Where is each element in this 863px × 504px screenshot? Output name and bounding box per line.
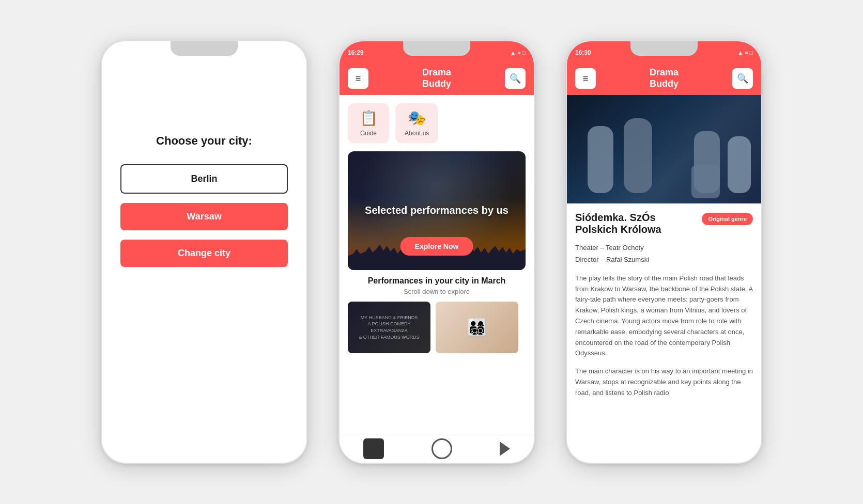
phone-1: Choose your city: Berlin Warsaw Change c… [101, 40, 307, 464]
status-icons-3: ▲ ≈ □ [737, 50, 753, 56]
figure-5 [691, 165, 720, 198]
phone-1-content: Choose your city: Berlin Warsaw Change c… [102, 62, 306, 463]
menu-btn-3[interactable]: ≡ [575, 68, 596, 89]
search-icon-3: 🔍 [737, 73, 748, 84]
phone-2-body: 📋 Guide 🎭 About us Selected performances… [340, 95, 534, 463]
genre-badge: Original genre [702, 213, 753, 225]
perf-thumbs: MY HUSBAND & FRIENDSA POLISH COMEDY EXTR… [340, 302, 534, 353]
menu-btn-2[interactable]: ≡ [348, 68, 368, 89]
quick-actions: 📋 Guide 🎭 About us [340, 95, 534, 147]
thumb-dark-1: MY HUSBAND & FRIENDSA POLISH COMEDY EXTR… [348, 302, 430, 353]
notch-2 [403, 41, 470, 56]
choose-city-label: Choose your city: [156, 134, 252, 148]
section-title: Performances in your city in March [348, 276, 526, 286]
guide-action[interactable]: 📋 Guide [348, 103, 389, 143]
perf-title-row: Siódemka. SzÓs Polskich Królowa Original… [575, 212, 753, 235]
figure-4 [728, 136, 751, 193]
search-btn-2[interactable]: 🔍 [505, 68, 526, 89]
search-btn-3[interactable]: 🔍 [732, 68, 753, 89]
app-title-2: DramaBuddy [422, 67, 451, 89]
about-label: About us [405, 130, 429, 137]
phone-3: 16:30 ▲ ≈ □ ≡ DramaBuddy 🔍 Si [566, 40, 762, 464]
perf-detail-content: Siódemka. SzÓs Polskich Królowa Original… [567, 203, 761, 463]
section-subtitle: Scroll down to explore [340, 288, 534, 295]
phones-container: Choose your city: Berlin Warsaw Change c… [80, 20, 783, 484]
warsaw-btn[interactable]: Warsaw [120, 203, 288, 230]
figure-1 [588, 126, 613, 193]
bottom-nav [340, 434, 534, 463]
perf-desc-2: The main character is on his way to an i… [575, 366, 753, 398]
perf-thumb-1[interactable]: MY HUSBAND & FRIENDSA POLISH COMEDY EXTR… [348, 302, 430, 353]
nav-circle[interactable] [432, 438, 452, 459]
performance-image [567, 95, 761, 203]
notch-3 [630, 41, 698, 56]
figure-2 [624, 118, 652, 193]
phone-3-body: Siódemka. SzÓs Polskich Królowa Original… [567, 95, 761, 463]
status-icons-2: ▲ ≈ □ [510, 50, 526, 56]
nav-square[interactable] [363, 438, 384, 459]
app-header-3: ≡ DramaBuddy 🔍 [567, 62, 761, 95]
perf-meta: Theater – Teatr Ochoty Director – Rafał … [575, 242, 753, 266]
director-label: Director [575, 256, 599, 263]
status-time-2: 16:29 [348, 49, 364, 56]
berlin-btn[interactable]: Berlin [120, 164, 288, 194]
hero-banner: Selected performances by us Explore Now [348, 151, 526, 270]
hero-text: Selected performances by us [365, 203, 508, 217]
notch-1 [171, 41, 238, 56]
guide-label: Guide [360, 130, 377, 137]
app-header-2: ≡ DramaBuddy 🔍 [340, 62, 534, 95]
about-icon: 🎭 [408, 109, 426, 127]
thumb-light-2: 👨‍👩‍👧‍👦 [436, 302, 518, 353]
perf-title: Siódemka. SzÓs Polskich Królowa [575, 212, 696, 235]
app-title-3: DramaBuddy [650, 67, 679, 89]
theater-label: Theater [575, 244, 598, 251]
perf-desc-1: The play tells the story of the main Pol… [575, 273, 753, 359]
perf-thumb-2[interactable]: 👨‍👩‍👧‍👦 [436, 302, 518, 353]
director-name: Rafał Szumski [606, 256, 649, 263]
status-time-3: 16:30 [575, 49, 591, 56]
change-city-btn[interactable]: Change city [120, 240, 288, 267]
guide-icon: 📋 [360, 109, 378, 127]
nav-triangle[interactable] [500, 442, 510, 456]
theater-name: Teatr Ochoty [606, 244, 644, 251]
search-icon-2: 🔍 [510, 73, 521, 84]
about-action[interactable]: 🎭 About us [395, 103, 438, 143]
menu-icon-3: ≡ [583, 73, 589, 84]
explore-btn[interactable]: Explore Now [400, 237, 473, 256]
phone-2: 16:29 ▲ ≈ □ ≡ DramaBuddy 🔍 📋 Guide 🎭 Abo… [338, 40, 535, 464]
menu-icon-2: ≡ [356, 73, 361, 84]
